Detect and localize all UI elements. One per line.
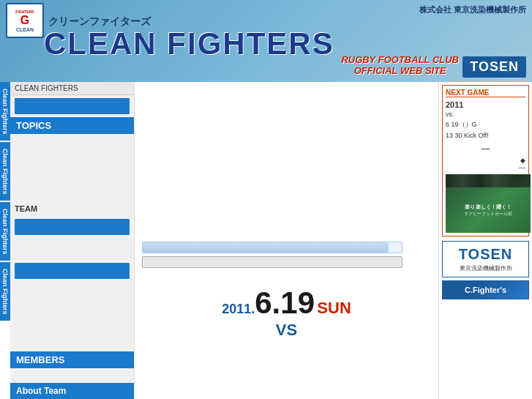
date-weekday: SUN [317,299,351,317]
nav-space-4 [10,282,134,322]
members-nav-item[interactable]: MEMBERS [10,351,134,368]
cf-right-text: C.Fighter's [446,286,525,294]
nav-spacer-1 [10,135,134,143]
right-sidebar: NEXT GAME 2011 vs. 6 19（）G 13 30 Kick Of… [438,82,532,399]
topics-space [135,82,438,163]
sidebar-tab-2[interactable]: Clean Fighters [0,142,10,201]
team-space [135,163,438,236]
nav-blue-bar-3 [15,263,130,279]
progress-bar-area [135,236,438,274]
team-nav-label: TEAM [10,201,134,216]
sidebar-tab-3[interactable]: Clean Fighters [0,202,10,261]
next-game-vs: vs. [446,109,525,119]
progress-bar2 [142,256,402,268]
date-section: 2011.6.19 SUN VS [135,274,438,346]
date-day: 6.19 [255,286,315,320]
tosen-logo-header: TOSEN [462,56,526,78]
tosen-sub: 東京洗染機械製作所 [446,264,525,272]
logo-g-text: G [20,14,29,27]
logo-clean-text: CLEAN [16,27,34,32]
date-year: 2011. [222,302,255,316]
next-game-diamond: ◆ [446,157,525,164]
tosen-logo-text: TOSEN [446,246,525,263]
next-game-line1: 6 19（）G [446,119,525,130]
center-content: 2011.6.19 SUN VS [135,82,438,399]
nav-blue-bar-1 [15,98,130,114]
subtitle-area: RUGBY FOOTBALL CLUB OFFICIAL WEB SITE [341,54,459,76]
topics-nav-item[interactable]: TOPICS [10,117,134,134]
about-team-nav-item[interactable]: About Team [10,383,134,399]
next-game-image: 楽り 楽しく！躍く！ ラグビーフットボール部 [446,174,531,233]
date-vs: VS [149,321,424,340]
next-game-year: 2011 [446,100,525,109]
header: FIGHTERS G CLEAN クリーンファイターズ 株式会社 東京洗染機械製… [0,0,532,82]
cf-right-box: C.Fighter's [442,280,529,299]
nav-blue-bar-2 [15,219,130,235]
img-content: 楽り 楽しく！躍く！ ラグビーフットボール部 [446,187,531,233]
sidebar-tab-4[interactable]: Clean Fighters [0,262,10,321]
breadcrumb: CLEAN FIGHTERS [10,82,134,95]
nav-space-2 [10,143,134,201]
next-game-box: NEXT GAME 2011 vs. 6 19（）G 13 30 Kick Of… [442,85,529,236]
company-name: 株式会社 東京洗染機械製作所 [419,3,526,15]
content-area: CLEAN FIGHTERS TOPICS TEAM MEMBERS About… [10,82,532,399]
subtitle-line2: OFFICIAL WEB SITE [341,65,459,76]
tosen-logo-right: TOSEN 東京洗染機械製作所 [442,241,529,277]
sidebar-tabs: Clean Fighters Clean Fighters Clean Figh… [0,82,10,399]
date-display: 2011.6.19 SUN [149,286,424,321]
sidebar-tab-1[interactable]: Clean Fighters [0,82,10,141]
nav-space-5 [10,370,134,381]
main-wrapper: Clean Fighters Clean Fighters Clean Figh… [0,82,532,399]
next-game-title: NEXT GAME [446,89,525,97]
progress-inner [143,242,389,253]
img-overlay-text: 楽り 楽しく！躍く！ ラグビーフットボール部 [464,204,512,217]
progress-outer [142,242,402,253]
next-game-dash: — [446,143,525,154]
next-game-line2: 13 30 Kick Off! [446,130,525,141]
next-game-dash2: — [446,164,525,171]
film-strip [446,174,531,189]
cf-logo: FIGHTERS G CLEAN [6,3,44,38]
left-nav: CLEAN FIGHTERS TOPICS TEAM MEMBERS About… [10,82,135,399]
main-title: CLEAN FIGHTERS [44,26,334,61]
subtitle-line1: RUGBY FOOTBALL CLUB [341,54,459,65]
nav-space-3 [10,238,134,260]
